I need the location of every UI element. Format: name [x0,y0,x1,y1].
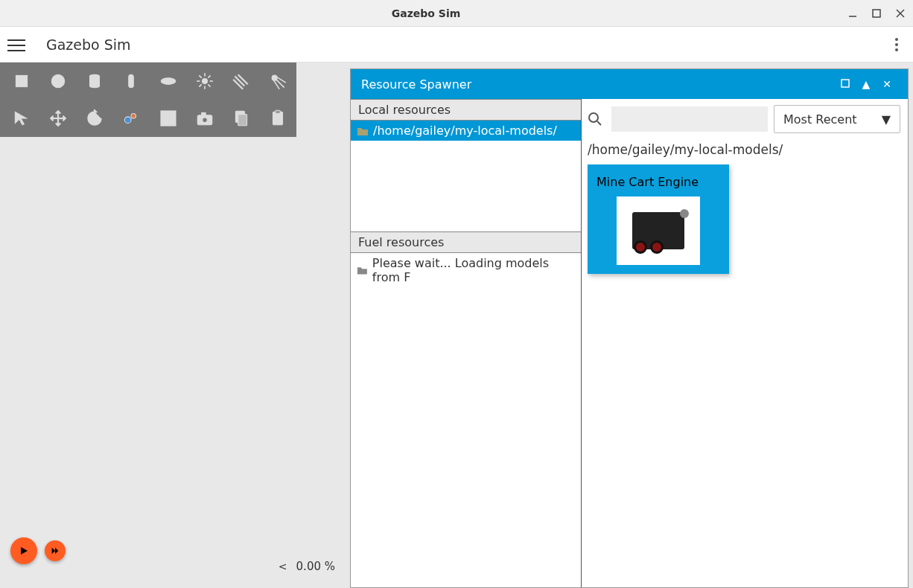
search-icon[interactable] [585,109,605,130]
chevron-down-icon: ▼ [882,112,891,127]
svg-point-5 [51,74,64,87]
svg-rect-9 [129,74,134,87]
shape-toolbar [0,63,296,137]
sim-time-value: 0.00 % [296,560,335,573]
svg-line-20 [235,77,244,86]
insert-sphere-button[interactable] [39,63,76,100]
svg-rect-46 [842,80,849,87]
local-path-row[interactable]: /home/gailey/my-local-models/ [351,121,581,141]
folder-icon [357,265,368,275]
svg-marker-44 [52,548,55,555]
search-input[interactable] [611,106,768,132]
app-title: Gazebo Sim [46,36,888,53]
app-menubar: Gazebo Sim [0,27,913,63]
scene-model-mine-cart[interactable] [162,364,192,394]
svg-line-22 [233,80,243,89]
grid-config-button[interactable] [150,100,186,137]
model-card-title: Mine Cart Engine [597,175,720,189]
transform-tool-button[interactable] [113,100,150,137]
svg-point-29 [125,117,132,124]
svg-marker-43 [21,547,28,555]
window-maximize-button[interactable] [870,7,883,20]
svg-point-47 [589,113,598,122]
svg-line-16 [199,75,201,77]
svg-point-11 [203,79,208,84]
insert-cylinder-button[interactable] [77,63,113,100]
svg-rect-31 [161,111,176,126]
svg-line-18 [199,84,201,86]
resource-tree: Local resources /home/gailey/my-local-mo… [351,99,582,587]
svg-point-30 [131,114,136,119]
resource-browser: Most Recent ▼ /home/gailey/my-local-mode… [582,99,908,587]
svg-point-8 [90,84,100,87]
sort-dropdown[interactable]: Most Recent ▼ [774,105,900,133]
insert-point-light-button[interactable] [186,63,223,100]
panel-close-button[interactable]: ✕ [877,78,897,90]
window-title: Gazebo Sim [6,7,846,19]
svg-rect-4 [16,75,27,86]
playback-controls [10,537,66,564]
hamburger-menu-button[interactable] [7,36,25,54]
kebab-menu-button[interactable] [888,36,906,54]
local-resources-header: Local resources [351,99,581,121]
viewport-3d[interactable] [0,63,350,588]
translate-tool-button[interactable] [39,100,76,137]
step-button[interactable] [45,540,66,561]
svg-line-48 [597,121,601,125]
main-area: < 0.00 % Resource Spawner ▲ ✕ Local reso… [0,63,913,588]
play-button[interactable] [10,537,37,564]
paste-button[interactable] [260,100,296,137]
expand-time-icon[interactable]: < [279,560,287,572]
rotate-tool-button[interactable] [77,100,113,137]
svg-rect-1 [873,10,880,17]
window-minimize-button[interactable] [846,7,859,20]
window-close-button[interactable] [894,7,907,20]
svg-point-10 [161,78,176,85]
svg-marker-45 [55,548,58,555]
sim-time-display: < 0.00 % [279,560,335,573]
os-titlebar: Gazebo Sim [0,0,913,27]
insert-capsule-button[interactable] [113,63,150,100]
svg-line-19 [208,75,210,77]
folder-icon [357,126,369,136]
insert-directional-light-button[interactable] [223,63,260,100]
svg-rect-42 [276,110,281,113]
svg-rect-40 [238,115,247,126]
insert-box-button[interactable] [3,63,39,100]
svg-line-17 [208,84,210,86]
sort-value: Most Recent [783,112,857,127]
insert-ellipsoid-button[interactable] [150,63,186,100]
panel-titlebar[interactable]: Resource Spawner ▲ ✕ [351,69,908,99]
svg-line-21 [238,74,248,84]
svg-rect-38 [202,112,206,115]
copy-button[interactable] [223,100,260,137]
panel-collapse-button[interactable]: ▲ [856,78,877,90]
model-thumbnail [617,196,700,265]
svg-point-37 [203,118,208,123]
panel-title: Resource Spawner [361,77,471,92]
fuel-loading-row: Please wait... Loading models from F [351,253,581,287]
panel-dock-button[interactable] [835,78,856,90]
insert-spot-light-button[interactable] [260,63,296,100]
current-path-label: /home/gailey/my-local-models/ [582,139,908,164]
resource-spawner-panel: Resource Spawner ▲ ✕ Local resources /ho… [350,68,909,588]
local-path-text: /home/gailey/my-local-models/ [373,124,557,138]
fuel-loading-text: Please wait... Loading models from F [372,256,575,284]
fuel-resources-header: Fuel resources [351,231,581,253]
select-tool-button[interactable] [3,100,39,137]
screenshot-button[interactable] [186,100,223,137]
model-card-mine-cart-engine[interactable]: Mine Cart Engine [588,164,729,274]
